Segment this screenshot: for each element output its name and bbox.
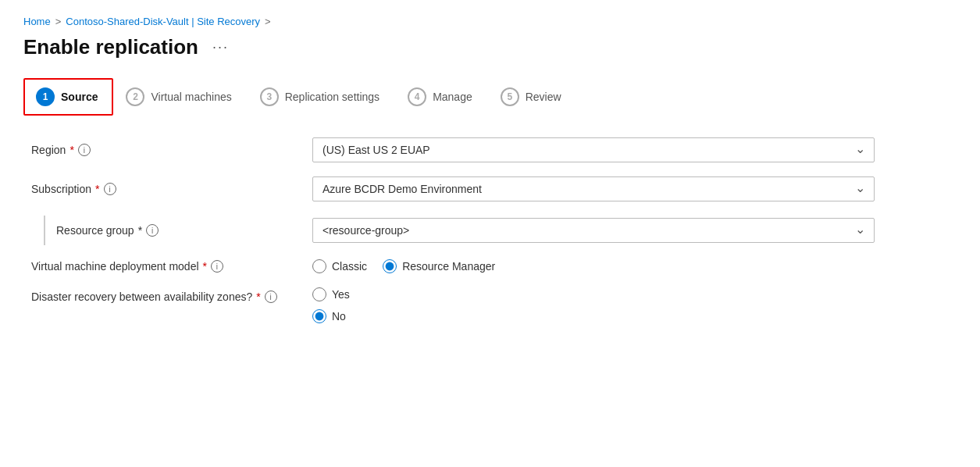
step-review[interactable]: 5Review [488, 78, 577, 116]
disaster-recovery-no-option[interactable]: No [312, 309, 875, 323]
step-circle-review: 5 [501, 87, 519, 106]
page-title-row: Enable replication ··· [23, 35, 957, 59]
vm-deployment-row: Virtual machine deployment model * i Cla… [31, 259, 957, 273]
resource-group-control: <resource-group> [312, 218, 875, 243]
region-control: (US) East US 2 EUAPEast USWest USWest Eu… [312, 137, 875, 162]
resource-group-row: Resource group * i <resource-group> [31, 216, 957, 245]
resource-group-label-text: Resource group [56, 224, 134, 237]
steps-bar: 1Source2Virtual machines3Replication set… [23, 78, 957, 116]
step-circle-source: 1 [36, 87, 55, 106]
vm-deployment-classic-option[interactable]: Classic [312, 259, 367, 273]
disaster-recovery-control: Yes No [312, 287, 875, 323]
region-row: Region * i (US) East US 2 EUAPEast USWes… [31, 137, 957, 162]
region-required: * [69, 144, 73, 156]
resource-group-dropdown[interactable]: <resource-group> [312, 218, 875, 243]
vm-deployment-control: Classic Resource Manager [312, 259, 875, 273]
disaster-recovery-info-icon[interactable]: i [265, 291, 277, 303]
resource-group-dropdown-wrapper: <resource-group> [312, 218, 875, 243]
region-label: Region * i [31, 144, 312, 156]
subscription-row: Subscription * i Azure BCDR Demo Environ… [31, 176, 957, 201]
vm-deployment-rm-radio[interactable] [383, 259, 397, 273]
step-manage[interactable]: 4Manage [395, 78, 488, 116]
breadcrumb-vault[interactable]: Contoso-Shared-Disk-Vault | Site Recover… [66, 16, 260, 27]
disaster-recovery-yes-option[interactable]: Yes [312, 287, 875, 301]
page-title: Enable replication [23, 35, 198, 59]
step-circle-virtual-machines: 2 [126, 87, 144, 106]
resource-group-required: * [138, 224, 142, 237]
breadcrumb-sep2: > [265, 16, 271, 27]
resource-group-label: Resource group * i [45, 224, 159, 237]
resource-group-label-area: Resource group * i [31, 216, 312, 245]
region-dropdown[interactable]: (US) East US 2 EUAPEast USWest USWest Eu… [312, 137, 875, 162]
step-label-manage: Manage [433, 91, 472, 103]
disaster-recovery-label: Disaster recovery between availability z… [31, 287, 312, 303]
subscription-control: Azure BCDR Demo Environment [312, 176, 875, 201]
step-source[interactable]: 1Source [23, 78, 113, 116]
breadcrumb: Home > Contoso-Shared-Disk-Vault | Site … [23, 16, 957, 27]
step-label-virtual-machines: Virtual machines [151, 91, 231, 103]
subscription-info-icon[interactable]: i [104, 183, 116, 195]
disaster-recovery-required: * [256, 291, 260, 303]
subscription-dropdown[interactable]: Azure BCDR Demo Environment [312, 176, 875, 201]
vm-deployment-radio-group: Classic Resource Manager [312, 259, 875, 273]
region-label-text: Region [31, 144, 66, 156]
disaster-recovery-no-radio[interactable] [312, 309, 326, 323]
disaster-recovery-yes-label: Yes [332, 288, 350, 301]
step-label-replication-settings: Replication settings [285, 91, 380, 103]
subscription-label-text: Subscription [31, 183, 91, 195]
step-circle-manage: 4 [408, 87, 426, 106]
ellipsis-button[interactable]: ··· [208, 37, 233, 57]
vm-deployment-rm-option[interactable]: Resource Manager [383, 259, 495, 273]
vm-deployment-label: Virtual machine deployment model * i [31, 260, 312, 273]
region-info-icon[interactable]: i [78, 144, 91, 156]
form-section: Region * i (US) East US 2 EUAPEast USWes… [23, 137, 957, 323]
disaster-recovery-radio-group: Yes No [312, 287, 875, 323]
vm-deployment-label-text: Virtual machine deployment model [31, 260, 199, 273]
step-replication-settings[interactable]: 3Replication settings [248, 78, 395, 116]
step-label-source: Source [61, 91, 98, 103]
subscription-label: Subscription * i [31, 183, 312, 195]
disaster-recovery-row: Disaster recovery between availability z… [31, 287, 957, 323]
step-circle-replication-settings: 3 [260, 87, 279, 106]
disaster-recovery-label-text: Disaster recovery between availability z… [31, 291, 252, 303]
vm-deployment-info-icon[interactable]: i [211, 260, 223, 273]
vm-deployment-rm-label: Resource Manager [402, 260, 495, 273]
disaster-recovery-yes-radio[interactable] [312, 287, 326, 301]
step-virtual-machines[interactable]: 2Virtual machines [113, 78, 247, 116]
vm-deployment-required: * [203, 260, 207, 273]
step-label-review: Review [526, 91, 561, 103]
subscription-dropdown-wrapper: Azure BCDR Demo Environment [312, 176, 875, 201]
vm-deployment-classic-radio[interactable] [312, 259, 326, 273]
breadcrumb-home[interactable]: Home [23, 16, 51, 27]
resource-group-info-icon[interactable]: i [146, 224, 159, 237]
vm-deployment-classic-label: Classic [332, 260, 367, 273]
disaster-recovery-no-label: No [332, 310, 346, 323]
subscription-required: * [95, 183, 99, 195]
region-dropdown-wrapper: (US) East US 2 EUAPEast USWest USWest Eu… [312, 137, 875, 162]
breadcrumb-sep1: > [55, 16, 62, 27]
